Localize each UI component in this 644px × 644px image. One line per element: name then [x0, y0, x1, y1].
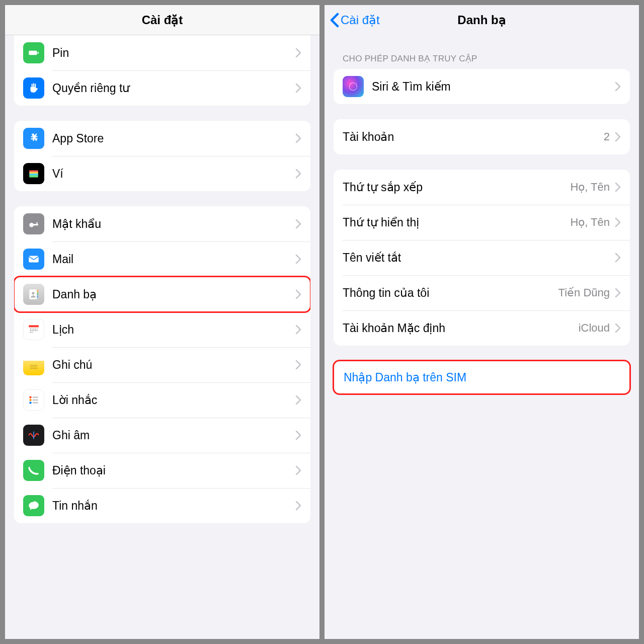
row-notes[interactable]: Ghi chú [14, 347, 310, 382]
chevron-right-icon [295, 395, 301, 405]
chevron-right-icon [615, 132, 621, 142]
hand-icon [23, 77, 44, 99]
back-button[interactable]: Cài đặt [330, 13, 380, 28]
svg-point-27 [30, 332, 31, 333]
group-display: Thứ tự sắp xếp Họ, Tên Thứ tự hiển thị H… [334, 170, 630, 346]
svg-point-20 [35, 329, 36, 330]
group-store: App Store Ví [14, 121, 310, 191]
page-title: Cài đặt [142, 13, 183, 27]
group-access: Siri & Tìm kiếm [334, 69, 630, 104]
svg-rect-9 [29, 256, 39, 263]
svg-point-26 [37, 330, 38, 331]
notes-icon [23, 354, 44, 375]
svg-rect-8 [36, 222, 37, 225]
row-messages[interactable]: Tin nhắn [14, 488, 310, 523]
chevron-right-icon [295, 289, 301, 299]
row-reminders[interactable]: Lời nhắc [14, 382, 310, 418]
row-passwords[interactable]: Mật khẩu [14, 206, 310, 242]
value-accounts: 2 [604, 130, 610, 143]
contacts-icon [23, 284, 44, 305]
chevron-right-icon [295, 254, 301, 264]
label-default: Tài khoản Mặc định [343, 321, 579, 335]
appstore-icon [23, 128, 44, 149]
import-sim-label: Nhập Danh bạ trên SIM [344, 371, 466, 384]
group-apps: Mật khẩu Mail Danh bạ [14, 206, 310, 523]
row-display-order[interactable]: Thứ tự hiển thị Họ, Tên [334, 205, 630, 240]
page-title: Danh bạ [457, 13, 506, 27]
svg-rect-15 [29, 325, 39, 327]
chevron-right-icon [295, 360, 301, 370]
chevron-right-icon [295, 48, 301, 58]
label-myinfo: Thông tin của tôi [343, 286, 558, 300]
label-battery: Pin [52, 46, 295, 60]
svg-point-14 [32, 292, 34, 294]
row-privacy[interactable]: Quyền riêng tư [14, 70, 310, 106]
row-sort-order[interactable]: Thứ tự sắp xếp Họ, Tên [334, 170, 630, 205]
label-calendar: Lịch [52, 323, 295, 337]
label-notes: Ghi chú [52, 358, 295, 372]
row-short-name[interactable]: Tên viết tắt [334, 240, 630, 275]
svg-rect-0 [29, 51, 37, 55]
group-accounts: Tài khoản 2 [334, 119, 630, 154]
row-contacts[interactable]: Danh bạ [14, 277, 310, 312]
row-appstore[interactable]: App Store [14, 121, 310, 156]
svg-rect-5 [29, 175, 38, 177]
label-voicememos: Ghi âm [52, 429, 295, 442]
row-accounts[interactable]: Tài khoản 2 [334, 119, 630, 154]
svg-point-32 [29, 396, 31, 398]
chevron-right-icon [295, 219, 301, 229]
label-accounts: Tài khoản [343, 130, 604, 144]
phone-icon [23, 460, 44, 481]
row-mail[interactable]: Mail [14, 242, 310, 277]
chevron-right-icon [615, 82, 621, 92]
label-appstore: App Store [52, 132, 295, 145]
svg-point-18 [32, 329, 33, 330]
chevron-right-icon [295, 133, 301, 143]
chevron-right-icon [615, 323, 621, 333]
chevron-right-icon [615, 253, 621, 263]
nav-bar: Cài đặt Danh bạ [325, 5, 639, 35]
contacts-content[interactable]: CHO PHÉP DANH BẠ TRUY CẬP Siri & Tìm kiế… [325, 35, 639, 639]
svg-point-22 [30, 330, 31, 331]
import-sim-button[interactable]: Nhập Danh bạ trên SIM [334, 361, 630, 394]
back-label: Cài đặt [341, 13, 380, 27]
siri-icon [343, 76, 364, 97]
value-myinfo: Tiến Dũng [558, 286, 610, 299]
row-wallet[interactable]: Ví [14, 156, 310, 191]
row-voicememos[interactable]: Ghi âm [14, 418, 310, 453]
row-phone[interactable]: Điện thoại [14, 453, 310, 488]
label-privacy: Quyền riêng tư [52, 82, 295, 95]
label-wallet: Ví [52, 167, 295, 181]
svg-rect-11 [37, 290, 38, 292]
label-sort: Thứ tự sắp xếp [343, 181, 570, 194]
voicememos-icon [23, 425, 44, 446]
messages-icon [23, 495, 44, 516]
svg-point-28 [32, 332, 33, 333]
nav-bar: Cài đặt [5, 5, 319, 35]
row-my-info[interactable]: Thông tin của tôi Tiến Dũng [334, 275, 630, 310]
row-siri[interactable]: Siri & Tìm kiếm [334, 69, 630, 104]
svg-point-23 [32, 330, 33, 331]
label-reminders: Lời nhắc [52, 393, 295, 407]
svg-point-25 [35, 330, 36, 331]
svg-rect-12 [37, 293, 38, 295]
svg-point-19 [33, 329, 34, 330]
group-general: Pin Quyền riêng tư [14, 35, 310, 106]
svg-point-34 [29, 401, 31, 404]
reminders-icon [23, 389, 44, 411]
row-default-account[interactable]: Tài khoản Mặc định iCloud [334, 310, 630, 346]
row-calendar[interactable]: Lịch [14, 312, 310, 347]
chevron-right-icon [615, 217, 621, 227]
settings-pane: Cài đặt Pin Quyền riêng tư [5, 5, 319, 639]
label-siri: Siri & Tìm kiếm [372, 80, 615, 94]
chevron-right-icon [295, 169, 301, 179]
label-display: Thứ tự hiển thị [343, 216, 570, 229]
value-sort: Họ, Tên [570, 181, 610, 194]
svg-point-39 [349, 83, 357, 90]
chevron-right-icon [295, 83, 301, 93]
label-passwords: Mật khẩu [52, 217, 295, 231]
settings-content[interactable]: Pin Quyền riêng tư App Store [5, 35, 319, 639]
svg-rect-13 [37, 295, 38, 297]
label-mail: Mail [52, 253, 295, 266]
row-battery[interactable]: Pin [14, 35, 310, 70]
